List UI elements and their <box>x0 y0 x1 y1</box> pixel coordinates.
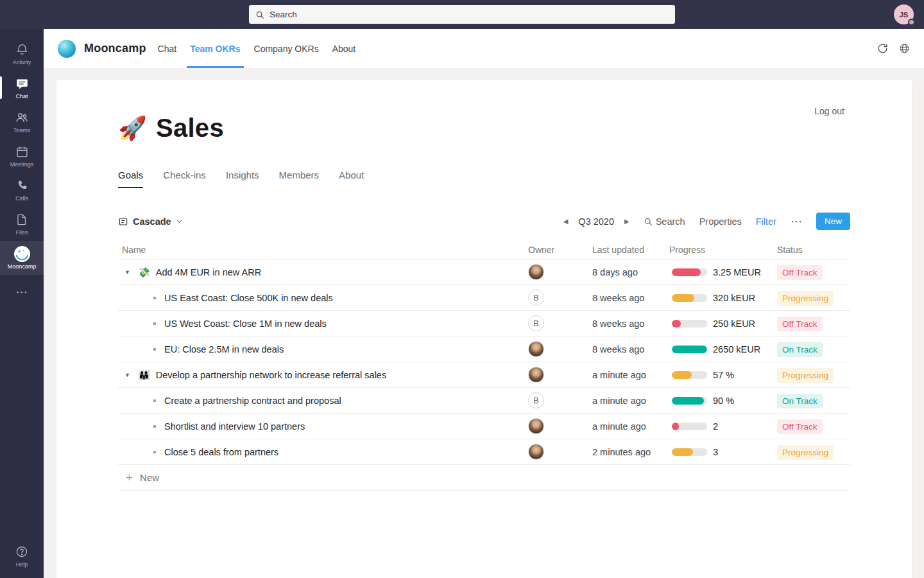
last-updated: 8 weeks ago <box>588 319 665 329</box>
owner-avatar[interactable] <box>528 264 544 280</box>
more-options-button[interactable]: ⋯ <box>791 216 802 227</box>
goal-name[interactable]: Close 5 deals from partners <box>164 447 278 457</box>
tab-chat[interactable]: Chat <box>158 29 177 68</box>
bullet-icon <box>153 425 156 428</box>
owner-cell <box>524 418 588 434</box>
column-header-progress[interactable]: Progress <box>665 245 773 255</box>
new-button[interactable]: New <box>816 213 850 230</box>
table-row[interactable]: US West Coast: Close 1M in new dealsB8 w… <box>118 311 850 337</box>
progress-value: 57 % <box>713 370 734 380</box>
owner-avatar[interactable]: B <box>528 392 544 408</box>
table-row[interactable]: Create a partnership contract and propos… <box>118 388 850 414</box>
plus-icon: + <box>126 471 133 484</box>
table-row[interactable]: EU: Close 2.5M in new deals8 weeks ago26… <box>118 337 850 362</box>
chat-icon <box>15 76 29 91</box>
tab-company-okrs[interactable]: Company OKRs <box>254 29 319 68</box>
page-title-row: 🚀 Sales <box>118 80 850 143</box>
table-row[interactable]: ▼👪Develop a partnership network to incre… <box>118 362 850 388</box>
status-cell: Off Track <box>773 267 850 277</box>
sidebar-item-chat[interactable]: Chat <box>0 71 44 105</box>
sidebar-item-mooncamp[interactable]: Mooncamp <box>0 241 44 275</box>
progress-bar <box>672 423 707 430</box>
refresh-icon[interactable] <box>877 43 888 54</box>
page-tab-goals[interactable]: Goals <box>118 170 143 188</box>
goal-name[interactable]: US West Coast: Close 1M in new deals <box>164 319 327 329</box>
table-row[interactable]: US East Coast: Close 500K in new dealsB8… <box>118 285 850 311</box>
progress-value: 3.25 MEUR <box>713 267 761 277</box>
progress-bar <box>672 397 707 405</box>
add-new-row[interactable]: + New <box>118 465 850 491</box>
calls-icon <box>15 178 28 193</box>
column-header-owner[interactable]: Owner <box>524 245 588 255</box>
search-bar[interactable]: Search <box>249 5 675 24</box>
progress-cell: 2650 kEUR <box>665 344 773 355</box>
goal-name[interactable]: Create a partnership contract and propos… <box>164 396 341 406</box>
sidebar-item-label: Meetings <box>10 161 34 168</box>
logout-link[interactable]: Log out <box>814 106 844 116</box>
owner-avatar[interactable] <box>528 367 544 383</box>
filter-button[interactable]: Filter <box>756 216 776 227</box>
owner-avatar[interactable]: B <box>528 315 544 331</box>
files-icon <box>15 212 28 227</box>
user-avatar[interactable]: JS <box>894 4 914 24</box>
name-cell: US West Coast: Close 1M in new deals <box>118 319 524 329</box>
bullet-icon <box>153 348 156 351</box>
goal-name[interactable]: Develop a partnership network to increas… <box>156 370 386 380</box>
page-tab-members[interactable]: Members <box>279 170 320 188</box>
collapse-caret-icon[interactable]: ▼ <box>124 372 132 378</box>
bullet-icon <box>153 451 156 453</box>
status-badge: Off Track <box>777 317 823 331</box>
sidebar-item-label: Files <box>15 229 28 236</box>
search-placeholder: Search <box>270 10 297 19</box>
sidebar-item-meetings[interactable]: Meetings <box>0 139 44 173</box>
tab-team-okrs[interactable]: Team OKRs <box>190 29 240 68</box>
view-switcher[interactable]: Cascade <box>118 216 183 227</box>
owner-avatar[interactable] <box>528 341 544 357</box>
goal-name[interactable]: Shortlist and interview 10 partners <box>164 421 305 432</box>
sidebar-item-files[interactable]: Files <box>0 207 44 241</box>
sidebar-item-calls[interactable]: Calls <box>0 173 44 207</box>
app-title: Mooncamp <box>84 42 146 55</box>
progress-cell: 3.25 MEUR <box>665 267 773 277</box>
page-tab-about[interactable]: About <box>339 170 364 188</box>
status-cell: Off Track <box>773 421 850 432</box>
progress-value: 250 kEUR <box>713 319 755 329</box>
last-updated: 2 minutes ago <box>588 447 665 457</box>
sidebar-item-teams[interactable]: Teams <box>0 105 44 139</box>
prev-period-button[interactable]: ◀ <box>563 218 569 225</box>
owner-avatar[interactable] <box>528 444 544 460</box>
sidebar-item-activity[interactable]: Activity <box>0 37 44 71</box>
table-search-icon <box>644 217 653 226</box>
app-tabs: ChatTeam OKRsCompany OKRsAbout <box>158 29 356 68</box>
page-tab-insights[interactable]: Insights <box>226 170 259 188</box>
table-header: NameOwnerLast updatedProgressStatus <box>118 240 850 259</box>
owner-avatar[interactable] <box>528 418 544 434</box>
table-row[interactable]: Shortlist and interview 10 partnersa min… <box>118 414 850 439</box>
column-header-last-updated[interactable]: Last updated <box>588 245 665 255</box>
progress-fill <box>672 371 692 379</box>
owner-avatar[interactable]: B <box>528 290 544 306</box>
progress-bar <box>672 448 707 456</box>
goal-name[interactable]: US East Coast: Close 500K in new deals <box>164 293 333 303</box>
sidebar-item-label: Calls <box>15 195 28 202</box>
goal-name[interactable]: Add 4M EUR in new ARR <box>156 267 261 277</box>
page-tab-check-ins[interactable]: Check-ins <box>163 170 206 188</box>
sidebar-item-more[interactable]: ⋯ <box>0 275 44 309</box>
goal-name[interactable]: EU: Close 2.5M in new deals <box>164 344 284 355</box>
properties-button[interactable]: Properties <box>699 216 742 227</box>
progress-fill <box>672 294 694 302</box>
collapse-caret-icon[interactable]: ▼ <box>124 269 132 276</box>
mooncamp-logo-icon <box>58 40 76 58</box>
status-badge: On Track <box>777 394 823 408</box>
table-row[interactable]: ▼💸Add 4M EUR in new ARR8 days ago3.25 ME… <box>118 259 850 285</box>
name-cell: Close 5 deals from partners <box>118 447 524 457</box>
avatar-initials: JS <box>899 11 908 19</box>
next-period-button[interactable]: ▶ <box>624 218 629 225</box>
table-search-button[interactable]: Search <box>644 216 685 227</box>
column-header-status[interactable]: Status <box>773 245 850 255</box>
column-header-name[interactable]: Name <box>118 245 524 255</box>
tab-about[interactable]: About <box>332 29 356 68</box>
sidebar-item-help[interactable]: Help <box>0 539 44 573</box>
globe-icon[interactable] <box>899 43 910 54</box>
table-row[interactable]: Close 5 deals from partners2 minutes ago… <box>118 439 850 465</box>
